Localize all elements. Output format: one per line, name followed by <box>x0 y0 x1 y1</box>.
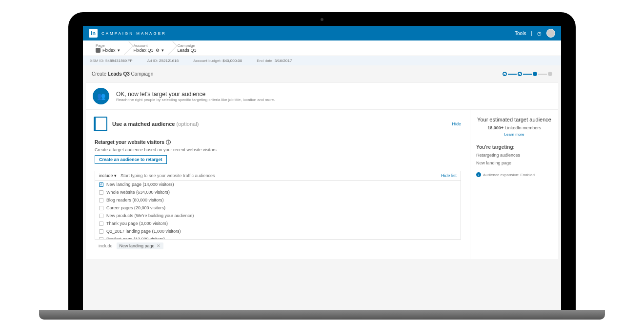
meta-bar: XSM ID: 548943156XFP Ad ID: 252121616 Ac… <box>83 56 561 65</box>
audience-size: 18,000+ LinkedIn members <box>476 125 552 130</box>
info-icon[interactable]: i <box>476 172 481 177</box>
tools-link[interactable]: Tools <box>515 31 526 36</box>
divider: | <box>531 31 532 36</box>
hero-title: OK, now let's target your audience <box>116 91 275 98</box>
audience-label: Thank you page (3,000 visitors) <box>106 221 168 226</box>
chip-remove-icon[interactable]: ✕ <box>157 243 161 248</box>
audience-option[interactable]: Q2_2017 landing page (1,000 visitors) <box>95 227 461 235</box>
step-3-current <box>533 72 537 76</box>
targeting-segment: Retargeting audiences <box>476 153 552 158</box>
checkbox-icon[interactable] <box>99 214 103 218</box>
checkbox-icon[interactable] <box>99 221 103 226</box>
main-panel: Use a matched audience (optional) Hide R… <box>86 110 470 259</box>
avatar[interactable] <box>546 29 555 38</box>
audience-label: Product page (12,000 visitors) <box>106 237 165 239</box>
breadcrumb-campaign: Campaign Leads Q3 <box>171 43 203 53</box>
progress-steps <box>503 72 552 76</box>
selected-chips: include New landing page✕ <box>95 240 461 252</box>
breadcrumb-page[interactable]: Page Fixdex ▾ <box>89 43 127 53</box>
gear-icon[interactable]: ⚙ <box>156 48 160 53</box>
matched-audience-icon <box>95 117 107 131</box>
breadcrumb-account[interactable]: Account Fixdex Q3 ⚙▾ <box>127 43 171 53</box>
hide-link[interactable]: Hide <box>452 121 461 126</box>
checkbox-icon[interactable]: ✓ <box>99 182 103 187</box>
checkbox-icon[interactable] <box>99 190 103 195</box>
audience-label: Career pages (20,000 visitors) <box>106 205 165 210</box>
page-header: Create Leads Q3 Campiagn <box>83 65 561 82</box>
linkedin-logo-icon: in <box>89 29 98 38</box>
page-title: Create Leads Q3 Campiagn <box>92 71 153 77</box>
top-bar: in CAMPAIGN MANAGER Tools | ◷ <box>83 26 561 40</box>
info-icon[interactable]: ⓘ <box>166 140 171 145</box>
checkbox-icon[interactable] <box>99 198 103 202</box>
retarget-title: Retarget your website visitors ⓘ <box>95 139 461 146</box>
step-2 <box>518 72 522 76</box>
checkbox-icon[interactable] <box>99 237 103 240</box>
audience-option[interactable]: Product page (12,000 visitors) <box>95 235 461 239</box>
audience-label: New landing page (14,000 visitors) <box>106 182 174 187</box>
include-dropdown[interactable]: include ▾ <box>99 173 117 178</box>
matched-title: Use a matched audience (optional) <box>112 121 199 127</box>
app-title: CAMPAIGN MANAGER <box>101 31 166 36</box>
audience-list: include ▾ Hide list ✓New landing page (1… <box>95 171 461 240</box>
checkbox-icon[interactable] <box>99 206 103 210</box>
learn-more-link[interactable]: Learn more <box>476 132 552 137</box>
checkbox-icon[interactable] <box>99 229 103 234</box>
audience-label: Blog readers (80,000 visitors) <box>106 198 164 202</box>
hero-banner: 👥 OK, now let's target your audience Rea… <box>86 82 558 110</box>
audience-option[interactable]: ✓New landing page (14,000 visitors) <box>95 181 461 188</box>
audience-option[interactable]: Whole website (634,000 visitors) <box>95 188 461 196</box>
audience-icon: 👥 <box>93 88 109 104</box>
audience-label: New products (We're building your audien… <box>106 213 194 218</box>
targeting-header: You're targeting: <box>476 144 552 150</box>
audience-option[interactable]: Blog readers (80,000 visitors) <box>95 196 461 204</box>
audience-option[interactable]: New products (We're building your audien… <box>95 212 461 220</box>
step-4 <box>548 72 552 76</box>
audience-label: Whole website (634,000 visitors) <box>106 190 170 195</box>
side-title: Your estimated target audience <box>476 117 552 122</box>
create-audience-button[interactable]: Create an audience to retarget <box>95 155 167 164</box>
page-icon <box>96 48 101 53</box>
chevron-down-icon: ▾ <box>118 48 120 53</box>
retarget-desc: Create a target audience based on your r… <box>95 147 461 152</box>
side-panel: Your estimated target audience 18,000+ L… <box>470 110 558 259</box>
audience-option[interactable]: Thank you page (3,000 visitors) <box>95 220 461 227</box>
targeting-value: New landing page <box>476 161 552 165</box>
clock-icon[interactable]: ◷ <box>537 31 542 36</box>
audience-expansion: iAudience expansion: Enabled <box>476 172 552 177</box>
audience-search-input[interactable] <box>121 173 441 178</box>
chip-new-landing-page: New landing page✕ <box>117 242 163 249</box>
audience-label: Q2_2017 landing page (1,000 visitors) <box>106 229 181 234</box>
step-1 <box>503 72 507 76</box>
hide-list-link[interactable]: Hide list <box>441 173 457 178</box>
audience-option[interactable]: Career pages (20,000 visitors) <box>95 204 461 212</box>
chevron-down-icon: ▾ <box>161 48 164 53</box>
hero-subtitle: Reach the right people by selecting spec… <box>116 98 275 102</box>
breadcrumb: Page Fixdex ▾ Account Fixdex Q3 ⚙▾ Campa… <box>83 40 561 56</box>
